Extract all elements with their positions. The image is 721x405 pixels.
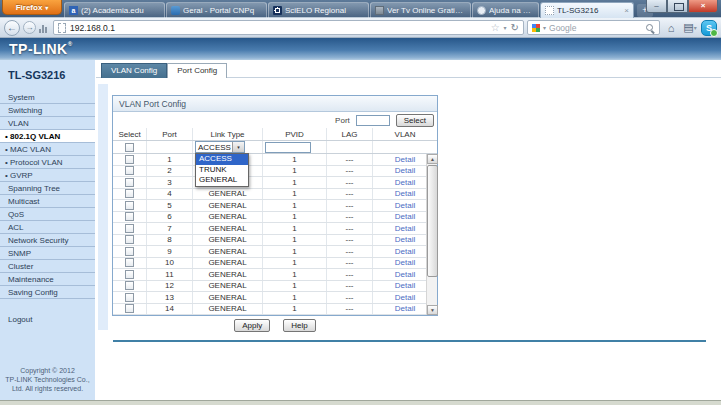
vlan-detail-link[interactable]: Detail [395, 189, 415, 198]
row-checkbox[interactable] [125, 281, 134, 290]
dropdown-option-access[interactable]: ACCESS [196, 154, 248, 165]
url-dropdown-icon[interactable]: ▾ [504, 24, 507, 31]
sidebar-item-8021q-vlan[interactable]: 802.1Q VLAN [0, 130, 95, 143]
table-scrollbar[interactable]: ▲ ▼ [426, 154, 437, 315]
sidebar-item-multicast[interactable]: Multicast [0, 195, 95, 208]
reload-icon[interactable]: ↻ [511, 22, 519, 33]
vlan-detail-link[interactable]: Detail [395, 293, 415, 302]
sidebar-item-maintenance[interactable]: Maintenance [0, 273, 95, 286]
row-checkbox[interactable] [125, 178, 134, 187]
sidebar-item-logout[interactable]: Logout [0, 313, 95, 326]
dropdown-option-trunk[interactable]: TRUNK [196, 165, 248, 176]
table-row: 3 GENERAL 1 --- Detail [113, 177, 437, 189]
row-checkbox[interactable] [125, 247, 134, 256]
vlan-detail-link[interactable]: Detail [395, 247, 415, 256]
home-button[interactable]: ⌂ [663, 20, 679, 36]
row-checkbox[interactable] [125, 212, 134, 221]
row-checkbox[interactable] [125, 258, 134, 267]
table-row: 2 GENERAL 1 --- Detail [113, 166, 437, 178]
skype-icon[interactable]: S [701, 20, 717, 36]
dropdown-option-general[interactable]: GENERAL [196, 175, 248, 186]
vlan-detail-link[interactable]: Detail [395, 258, 415, 267]
row-checkbox[interactable] [125, 270, 134, 279]
back-button[interactable]: ← [4, 20, 20, 36]
select-arrow-icon: ▾ [232, 142, 244, 152]
sidebar-item-saving-config[interactable]: Saving Config [0, 286, 95, 299]
copyright: Copyright © 2012 TP-LINK Technologies Co… [0, 366, 95, 393]
tab-port-config[interactable]: Port Config [167, 63, 227, 78]
scroll-up-icon[interactable]: ▲ [427, 154, 438, 164]
scielo-favicon [273, 6, 282, 15]
sidebar-item-system[interactable]: System [0, 91, 95, 104]
row-checkbox[interactable] [125, 304, 134, 313]
sidebar-item-network-security[interactable]: Network Security [0, 234, 95, 247]
browser-tab-cnpq[interactable]: Geral - Portal CNPq [166, 2, 267, 18]
tab-close-icon[interactable]: × [624, 6, 629, 15]
sidebar: TL-SG3216 System Switching VLAN 802.1Q V… [0, 60, 95, 400]
forward-button[interactable]: → [23, 21, 36, 34]
sidebar-item-mac-vlan[interactable]: MAC VLAN [0, 143, 95, 156]
sidebar-item-vlan[interactable]: VLAN [0, 117, 95, 130]
tab-vlan-config[interactable]: VLAN Config [101, 63, 167, 78]
vlan-detail-link[interactable]: Detail [395, 270, 415, 279]
menu-frame-scrollbar[interactable] [97, 84, 108, 330]
scrollbar-thumb[interactable] [427, 165, 438, 277]
sidebar-item-switching[interactable]: Switching [0, 104, 95, 117]
scroll-down-icon[interactable]: ▼ [427, 305, 438, 315]
help-button[interactable]: Help [283, 319, 315, 332]
sidebar-item-spanning-tree[interactable]: Spanning Tree [0, 182, 95, 195]
sidebar-item-gvrp[interactable]: GVRP [0, 169, 95, 182]
url-bar[interactable]: ☆ ▾ ↻ [53, 20, 524, 35]
vlan-detail-link[interactable]: Detail [395, 212, 415, 221]
row-checkbox[interactable] [125, 189, 134, 198]
vlan-detail-link[interactable]: Detail [395, 178, 415, 187]
vlan-detail-link[interactable]: Detail [395, 224, 415, 233]
browser-tab-academia[interactable]: a (2) Academia.edu [64, 2, 165, 18]
action-buttons: Apply Help [112, 319, 438, 332]
sidebar-item-acl[interactable]: ACL [0, 221, 95, 234]
row-checkbox[interactable] [125, 155, 134, 164]
select-button[interactable]: Select [396, 114, 434, 127]
url-input[interactable] [70, 21, 487, 34]
vlan-detail-link[interactable]: Detail [395, 155, 415, 164]
table-row: 13 GENERAL 1 --- Detail [113, 292, 437, 304]
row-checkbox[interactable] [125, 166, 134, 175]
window-minimize-button[interactable]: – [646, 0, 667, 13]
row-checkbox[interactable] [125, 235, 134, 244]
sidebar-item-protocol-vlan[interactable]: Protocol VLAN [0, 156, 95, 169]
vlan-detail-link[interactable]: Detail [395, 235, 415, 244]
vlan-detail-link[interactable]: Detail [395, 166, 415, 175]
sidebar-item-qos[interactable]: QoS [0, 208, 95, 221]
search-engine-dropdown-icon[interactable]: ▾ [543, 24, 546, 31]
search-icon[interactable] [645, 23, 655, 33]
browser-tab-tv[interactable]: Ver Tv Online Gratis - ... [370, 2, 471, 18]
table-row: 8 GENERAL 1 --- Detail [113, 235, 437, 247]
vlan-detail-link[interactable]: Detail [395, 304, 415, 313]
panel-title: VLAN Port Config [113, 96, 437, 112]
window-close-button[interactable]: × [688, 0, 718, 13]
table-row: 7 GENERAL 1 --- Detail [113, 223, 437, 235]
bookmark-star-icon[interactable]: ☆ [491, 22, 500, 33]
apply-button[interactable]: Apply [234, 319, 270, 332]
vlan-detail-link[interactable]: Detail [395, 201, 415, 210]
window-maximize-button[interactable] [667, 0, 688, 13]
taskbar-edge [0, 400, 721, 405]
select-all-checkbox[interactable] [125, 143, 134, 152]
row-checkbox[interactable] [125, 201, 134, 210]
sidebar-item-cluster[interactable]: Cluster [0, 260, 95, 273]
sidebar-item-snmp[interactable]: SNMP [0, 247, 95, 260]
vlan-detail-link[interactable]: Detail [395, 281, 415, 290]
row-checkbox[interactable] [125, 293, 134, 302]
search-bar[interactable]: ▾ [527, 20, 660, 35]
port-input[interactable] [356, 115, 390, 126]
browser-tab-ajuda[interactable]: Ajuda na configuraçã... [472, 2, 539, 18]
firefox-menu-button[interactable]: Firefox ▾ [2, 0, 62, 15]
pvid-input[interactable] [265, 142, 311, 153]
bookmarks-menu-button[interactable]: ▤ ▾ [682, 20, 698, 36]
row-checkbox[interactable] [125, 224, 134, 233]
search-input[interactable] [549, 21, 642, 34]
browser-tab-scielo[interactable]: SciELO Regional [268, 2, 369, 18]
stats-icon [39, 23, 50, 33]
browser-tab-tl-sg3216[interactable]: TL-SG3216 × [540, 2, 634, 18]
link-type-select[interactable]: ACCESS ▾ [195, 141, 245, 153]
